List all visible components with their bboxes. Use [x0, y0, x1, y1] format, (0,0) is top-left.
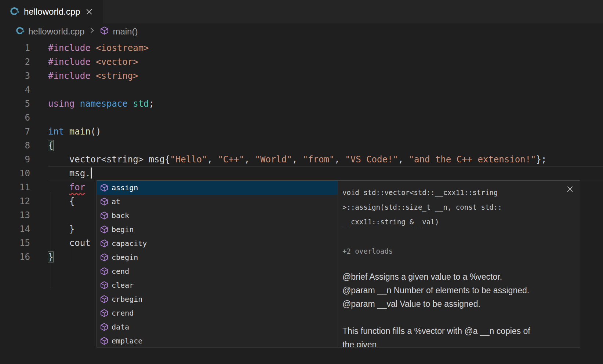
doc-line: This function fills a %vector with @a __… — [342, 324, 573, 338]
line-number: 7 — [0, 125, 30, 139]
symbol-method-cube-icon — [100, 323, 109, 331]
suggest-item-cend[interactable]: cend — [97, 264, 338, 278]
suggest-item-crend[interactable]: crend — [97, 306, 338, 320]
symbol-method-cube-icon — [100, 197, 109, 206]
cpp-file-icon — [15, 26, 25, 37]
indent-guide — [72, 249, 72, 261]
code-content[interactable] — [48, 111, 603, 125]
code-line-8[interactable]: 8{ — [0, 139, 603, 152]
signature-line: __cxx11::string &__val) — [342, 214, 573, 229]
breadcrumb-file[interactable]: helloworld.cpp — [15, 26, 84, 37]
tab-bar: helloworld.cpp — [0, 0, 603, 23]
symbol-method-cube-icon — [100, 337, 109, 345]
line-number: 6 — [0, 111, 30, 125]
suggest-item-label: clear — [112, 281, 134, 290]
symbol-method-cube-icon — [100, 225, 109, 234]
symbol-method-cube-icon — [100, 253, 109, 262]
suggest-item-emplace[interactable]: emplace — [97, 334, 338, 348]
symbol-method-cube-icon — [100, 239, 109, 248]
line-number: 8 — [0, 139, 30, 152]
line-number: 3 — [0, 69, 30, 83]
cpp-file-icon — [10, 6, 19, 18]
code-content[interactable]: using namespace std; — [48, 97, 603, 111]
code-content[interactable]: vector<string> msg{"Hello", "C++", "Worl… — [48, 152, 603, 166]
code-line-10[interactable]: 10 msg. — [0, 166, 603, 180]
line-number: 2 — [0, 55, 30, 69]
code-line-1[interactable]: 1#include <iostream> — [0, 41, 603, 55]
code-line-7[interactable]: 7int main() — [0, 125, 603, 139]
close-icon[interactable] — [565, 184, 575, 194]
tab-close-icon[interactable] — [84, 7, 94, 16]
symbol-method-cube-icon — [100, 183, 109, 192]
code-content[interactable]: #include <string> — [48, 69, 603, 83]
suggest-item-cbegin[interactable]: cbegin — [97, 250, 338, 264]
code-content[interactable]: #include <vector> — [48, 55, 603, 69]
code-content[interactable]: msg. — [48, 166, 603, 180]
suggest-item-label: begin — [112, 225, 134, 234]
code-line-4[interactable]: 4 — [0, 83, 603, 97]
signature-line: void std::vector<std::__cxx11::string — [342, 185, 573, 200]
indent-guide — [51, 192, 51, 290]
symbol-method-cube-icon — [100, 281, 109, 290]
chevron-right-icon — [88, 26, 96, 37]
suggest-item-label: capacity — [112, 239, 147, 248]
code-line-6[interactable]: 6 — [0, 111, 603, 125]
doc-line: the given — [342, 338, 573, 348]
suggest-item-label: cbegin — [112, 253, 138, 262]
breadcrumb-file-label: helloworld.cpp — [28, 26, 84, 37]
suggest-item-label: crbegin — [112, 295, 142, 304]
suggest-item-assign[interactable]: assign — [97, 181, 338, 195]
doc-line: @param __n Number of elements to be assi… — [342, 284, 573, 297]
suggest-item-at[interactable]: at — [97, 195, 338, 209]
breadcrumb-symbol-label: main() — [113, 26, 138, 37]
code-line-9[interactable]: 9 vector<string> msg{"Hello", "C++", "Wo… — [0, 152, 603, 166]
suggest-item-label: cend — [112, 267, 129, 276]
line-number: 14 — [0, 222, 30, 236]
line-number: 13 — [0, 208, 30, 222]
symbol-method-cube-icon — [100, 295, 109, 304]
code-content[interactable]: { — [48, 139, 603, 152]
tab-label: helloworld.cpp — [24, 7, 80, 17]
suggest-item-label: back — [112, 211, 129, 220]
line-number: 4 — [0, 83, 30, 97]
code-content[interactable]: int main() — [48, 125, 603, 139]
code-line-2[interactable]: 2#include <vector> — [0, 55, 603, 69]
symbol-method-cube-icon — [100, 26, 109, 37]
suggest-item-label: crend — [112, 309, 134, 317]
suggest-list[interactable]: assignatbackbegincapacitycbegincendclear… — [97, 180, 338, 348]
doc-line — [342, 311, 573, 324]
suggest-item-begin[interactable]: begin — [97, 223, 338, 236]
suggest-item-label: data — [112, 323, 129, 331]
doc-line: @brief Assigns a given value to a %vecto… — [342, 270, 573, 284]
breadcrumb-symbol[interactable]: main() — [100, 26, 138, 37]
intellisense-suggest-widget: assignatbackbegincapacitycbegincendclear… — [97, 180, 580, 348]
suggest-item-data[interactable]: data — [97, 320, 338, 334]
suggest-item-crbegin[interactable]: crbegin — [97, 292, 338, 306]
code-line-5[interactable]: 5using namespace std; — [0, 97, 603, 111]
suggest-details-panel: void std::vector<std::__cxx11::string>::… — [338, 180, 580, 348]
code-content[interactable] — [48, 83, 603, 97]
symbol-method-cube-icon — [100, 309, 109, 317]
suggest-item-label: at — [112, 197, 120, 206]
line-number: 5 — [0, 97, 30, 111]
code-line-3[interactable]: 3#include <string> — [0, 69, 603, 83]
suggest-docs: @brief Assigns a given value to a %vecto… — [342, 270, 573, 348]
line-number: 1 — [0, 41, 30, 55]
symbol-method-cube-icon — [100, 211, 109, 220]
suggest-item-back[interactable]: back — [97, 209, 338, 223]
suggest-item-capacity[interactable]: capacity — [97, 236, 338, 250]
tab-helloworld-cpp[interactable]: helloworld.cpp — [0, 0, 103, 23]
breadcrumb: helloworld.cpp main() — [0, 23, 603, 40]
line-number: 12 — [0, 194, 30, 208]
suggest-item-label: emplace — [112, 337, 142, 345]
line-number: 15 — [0, 236, 30, 250]
code-content[interactable]: #include <iostream> — [48, 41, 603, 55]
suggest-item-clear[interactable]: clear — [97, 278, 338, 292]
overloads-count: +2 overloads — [342, 244, 573, 258]
suggest-signature: void std::vector<std::__cxx11::string>::… — [342, 185, 573, 229]
symbol-method-cube-icon — [100, 267, 109, 276]
line-number: 16 — [0, 250, 30, 264]
line-number: 9 — [0, 152, 30, 166]
text-cursor — [91, 168, 92, 179]
suggest-item-label: assign — [112, 183, 138, 192]
